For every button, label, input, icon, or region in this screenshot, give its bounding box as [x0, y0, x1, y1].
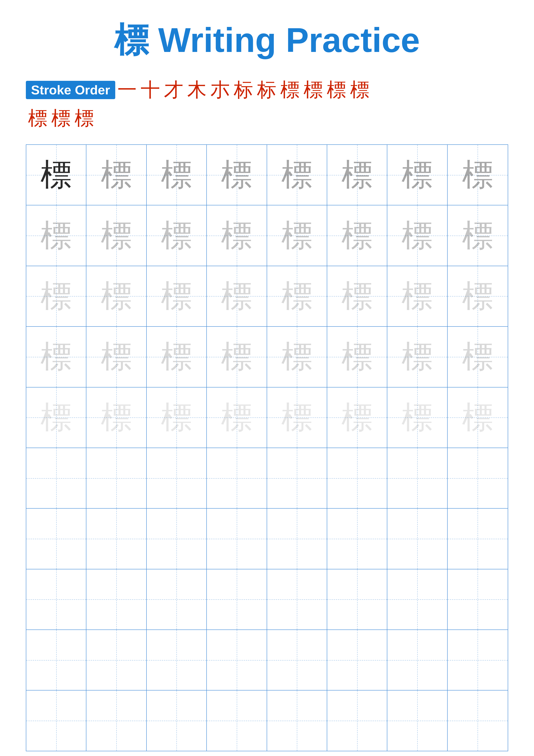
- grid-cell-9-8[interactable]: [447, 630, 508, 690]
- grid-cell-1-2[interactable]: 標: [87, 145, 146, 205]
- grid-cell-8-7[interactable]: [387, 569, 447, 630]
- grid-cell-10-8[interactable]: [447, 690, 508, 751]
- grid-cell-1-4[interactable]: 標: [207, 145, 267, 205]
- grid-cell-4-2[interactable]: 標: [87, 327, 146, 387]
- grid-cell-9-2[interactable]: [87, 630, 146, 690]
- footer: https://www.strokeorder.com/chinese/標 字 …: [26, 751, 508, 756]
- grid-cell-6-6[interactable]: [327, 448, 387, 508]
- practice-char: 標: [221, 281, 252, 312]
- grid-cell-5-1[interactable]: 標: [26, 388, 87, 447]
- practice-char: 標: [401, 220, 433, 251]
- grid-cell-5-2[interactable]: 標: [87, 388, 146, 447]
- grid-cell-3-4[interactable]: 標: [207, 266, 267, 326]
- grid-cell-10-4[interactable]: [207, 690, 267, 751]
- grid-cell-9-3[interactable]: [147, 630, 207, 690]
- practice-char: 標: [161, 281, 192, 312]
- stroke-char-4: 木: [187, 77, 207, 103]
- grid-cell-2-5[interactable]: 標: [267, 205, 327, 265]
- grid-cell-7-3[interactable]: [147, 509, 207, 569]
- grid-cell-9-4[interactable]: [207, 630, 267, 690]
- grid-cell-1-3[interactable]: 標: [147, 145, 207, 205]
- grid-cell-6-8[interactable]: [447, 448, 508, 508]
- grid-cell-5-5[interactable]: 標: [267, 388, 327, 447]
- grid-cell-10-3[interactable]: [147, 690, 207, 751]
- practice-char: 標: [281, 159, 313, 191]
- grid-cell-10-1[interactable]: [26, 690, 87, 751]
- stroke-chars-line1: 一 十 才 木 朩 标 标 標 標 標 標: [117, 77, 369, 103]
- grid-cell-3-8[interactable]: 標: [447, 266, 508, 326]
- grid-cell-8-5[interactable]: [267, 569, 327, 630]
- grid-row-2: 標 標 標 標 標 標 標 標: [26, 205, 508, 266]
- grid-cell-9-5[interactable]: [267, 630, 327, 690]
- grid-cell-7-5[interactable]: [267, 509, 327, 569]
- grid-cell-2-3[interactable]: 標: [147, 205, 207, 265]
- grid-cell-6-2[interactable]: [87, 448, 146, 508]
- grid-cell-9-7[interactable]: [387, 630, 447, 690]
- grid-cell-7-1[interactable]: [26, 509, 87, 569]
- grid-cell-1-7[interactable]: 標: [387, 145, 447, 205]
- practice-char: 標: [342, 341, 373, 372]
- grid-cell-6-7[interactable]: [387, 448, 447, 508]
- stroke-order-row-2: 標 標 標: [26, 105, 94, 131]
- grid-cell-4-5[interactable]: 標: [267, 327, 327, 387]
- grid-cell-8-2[interactable]: [87, 569, 146, 630]
- grid-cell-8-6[interactable]: [327, 569, 387, 630]
- grid-cell-8-8[interactable]: [447, 569, 508, 630]
- grid-cell-1-5[interactable]: 標: [267, 145, 327, 205]
- stroke-char-12: 標: [28, 105, 47, 131]
- grid-cell-3-2[interactable]: 標: [87, 266, 146, 326]
- grid-cell-3-1[interactable]: 標: [26, 266, 87, 326]
- grid-cell-2-7[interactable]: 標: [387, 205, 447, 265]
- grid-cell-2-8[interactable]: 標: [447, 205, 508, 265]
- grid-cell-10-5[interactable]: [267, 690, 327, 751]
- practice-char: 標: [401, 341, 433, 372]
- grid-cell-8-1[interactable]: [26, 569, 87, 630]
- grid-cell-4-3[interactable]: 標: [147, 327, 207, 387]
- grid-cell-1-1[interactable]: 標: [26, 145, 87, 205]
- grid-cell-9-6[interactable]: [327, 630, 387, 690]
- grid-cell-1-6[interactable]: 標: [327, 145, 387, 205]
- grid-cell-4-6[interactable]: 標: [327, 327, 387, 387]
- practice-char: 標: [342, 220, 373, 251]
- practice-char: 標: [221, 402, 252, 433]
- grid-cell-7-6[interactable]: [327, 509, 387, 569]
- practice-char: 標: [161, 402, 192, 433]
- practice-char: 標: [40, 402, 72, 433]
- grid-cell-8-4[interactable]: [207, 569, 267, 630]
- grid-cell-9-1[interactable]: [26, 630, 87, 690]
- grid-cell-3-7[interactable]: 標: [387, 266, 447, 326]
- grid-cell-8-3[interactable]: [147, 569, 207, 630]
- grid-cell-5-4[interactable]: 標: [207, 388, 267, 447]
- grid-cell-10-7[interactable]: [387, 690, 447, 751]
- grid-cell-3-5[interactable]: 標: [267, 266, 327, 326]
- grid-cell-7-2[interactable]: [87, 509, 146, 569]
- grid-cell-5-6[interactable]: 標: [327, 388, 387, 447]
- grid-cell-4-7[interactable]: 標: [387, 327, 447, 387]
- grid-cell-5-3[interactable]: 標: [147, 388, 207, 447]
- grid-cell-7-7[interactable]: [387, 509, 447, 569]
- grid-cell-2-1[interactable]: 標: [26, 205, 87, 265]
- grid-cell-2-4[interactable]: 標: [207, 205, 267, 265]
- grid-cell-10-2[interactable]: [87, 690, 146, 751]
- practice-char: 標: [40, 281, 72, 312]
- grid-cell-4-4[interactable]: 標: [207, 327, 267, 387]
- grid-cell-5-7[interactable]: 標: [387, 388, 447, 447]
- grid-cell-2-2[interactable]: 標: [87, 205, 146, 265]
- grid-cell-3-3[interactable]: 標: [147, 266, 207, 326]
- grid-cell-2-6[interactable]: 標: [327, 205, 387, 265]
- grid-cell-4-1[interactable]: 標: [26, 327, 87, 387]
- grid-cell-3-6[interactable]: 標: [327, 266, 387, 326]
- grid-cell-10-6[interactable]: [327, 690, 387, 751]
- grid-cell-6-1[interactable]: [26, 448, 87, 508]
- grid-cell-4-8[interactable]: 標: [447, 327, 508, 387]
- stroke-char-13: 標: [51, 105, 71, 131]
- grid-row-9: [26, 630, 508, 690]
- grid-cell-7-4[interactable]: [207, 509, 267, 569]
- grid-cell-5-8[interactable]: 標: [447, 388, 508, 447]
- grid-cell-7-8[interactable]: [447, 509, 508, 569]
- grid-cell-6-3[interactable]: [147, 448, 207, 508]
- grid-row-5: 標 標 標 標 標 標 標 標: [26, 388, 508, 448]
- grid-cell-6-5[interactable]: [267, 448, 327, 508]
- grid-cell-1-8[interactable]: 標: [447, 145, 508, 205]
- grid-cell-6-4[interactable]: [207, 448, 267, 508]
